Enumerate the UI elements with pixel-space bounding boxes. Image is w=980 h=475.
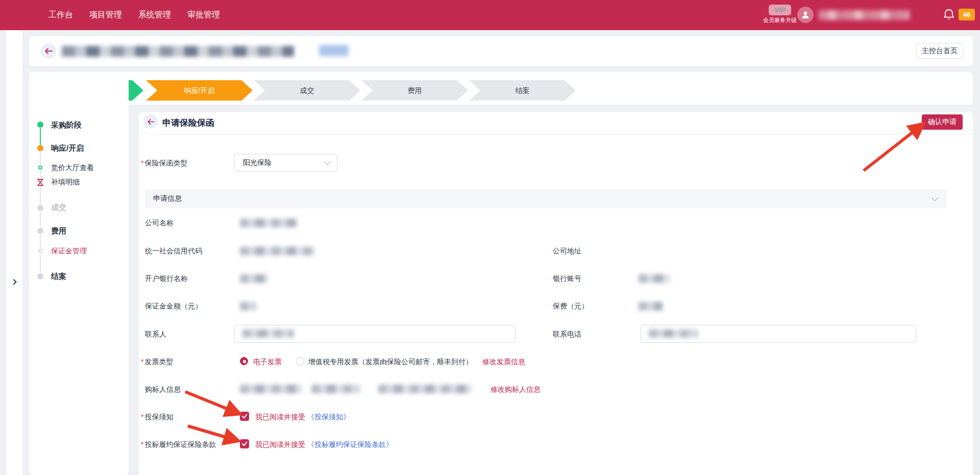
main-menu: 工作台 项目管理 系统管理 审批管理 (48, 0, 220, 30)
modify-invoice-link[interactable]: 修改发票信息 (482, 358, 525, 367)
required-mark: * (141, 159, 143, 167)
contact-redacted (242, 329, 293, 338)
confirm-apply-button[interactable]: 确认申请 (922, 114, 963, 130)
status-badge-redacted (319, 45, 349, 56)
field-label-credit-code: 统一社会信用代码 (145, 247, 202, 256)
insure-notice-link[interactable]: 《投保须知》 (307, 413, 350, 422)
stage-sidebar: 采购阶段 响应/开启 竞价大厅查看 补填明细 成交 费用 保证金管理 结案 (29, 72, 129, 475)
back-button[interactable] (41, 43, 56, 59)
field-label-premium: 保费（元） (553, 302, 589, 311)
insurance-type-select[interactable]: 阳光保险 (234, 154, 337, 172)
buyer-info-redacted (378, 385, 472, 393)
vip-upgrade[interactable]: VIP 会员服务升级 (760, 5, 800, 24)
field-label-bank-name: 开户银行名称 (145, 274, 188, 283)
required-mark: * (141, 440, 143, 448)
field-label-invoice-type: *发票类型 (141, 358, 173, 367)
back-arrow-icon (44, 48, 53, 54)
timeline-ring-pending (38, 249, 42, 253)
form-back-button[interactable] (143, 114, 158, 129)
sidebar-item-deal[interactable]: 成交 (51, 203, 66, 212)
timeline-connector (40, 152, 41, 165)
notification-badge: 46 (959, 9, 975, 20)
contact-phone-redacted (649, 329, 697, 338)
sidebar-item-deposit-management[interactable]: 保证金管理 (51, 247, 87, 256)
timeline-dot-pending (37, 205, 43, 211)
timeline-connector (40, 254, 41, 273)
expand-panel-icon[interactable] (11, 279, 16, 284)
sidebar-item-response-open[interactable]: 响应/开启 (51, 144, 84, 153)
user-avatar[interactable] (797, 7, 814, 23)
timeline-dot-current (37, 145, 43, 151)
divider (139, 134, 973, 135)
back-arrow-icon (147, 119, 155, 125)
sidebar-item-procurement[interactable]: 采购阶段 (51, 121, 82, 130)
step-deal[interactable]: 成交 (254, 80, 360, 101)
field-label-company-name: 公司名称 (145, 219, 174, 228)
field-label-insure-notice: *投保须知 (141, 413, 173, 422)
menu-item-system-management[interactable]: 系统管理 (138, 10, 171, 20)
person-icon (801, 10, 810, 19)
sidebar-item-fee[interactable]: 费用 (51, 226, 66, 236)
progress-steps: 采购阶段 响应/开启 成交 费用 结案 (29, 72, 973, 105)
buyer-info-redacted (240, 385, 302, 393)
top-navbar: 工作台 项目管理 系统管理 审批管理 VIP 会员服务升级 46 (0, 0, 980, 30)
check-icon (241, 414, 248, 419)
radio-label-electronic-invoice[interactable]: 电子发票 (253, 358, 282, 367)
field-label-buyer-info: 购标人信息 (145, 385, 181, 394)
menu-item-project-management[interactable]: 项目管理 (89, 10, 122, 20)
deposit-amount-redacted (240, 302, 256, 311)
collapsed-panel (6, 30, 22, 475)
agree-text: 我已阅读并接受 (255, 440, 305, 449)
bank-name-redacted (240, 274, 268, 283)
chevron-down-icon (324, 158, 331, 165)
field-label-bank-account: 银行账号 (553, 274, 581, 283)
policy-terms-checkbox[interactable] (240, 439, 249, 448)
field-label-contact-phone: 联系电话 (553, 330, 581, 339)
form-title: 申请保险保函 (162, 117, 214, 129)
timeline-connector (40, 234, 41, 247)
console-home-button[interactable]: 主控台首页 (916, 43, 963, 59)
policy-terms-link[interactable]: 《投标履约保证保险条款》 (307, 440, 393, 449)
insurance-type-value: 阳光保险 (243, 158, 272, 168)
field-label-company-address: 公司地址 (553, 247, 581, 256)
radio-label-vat-invoice[interactable]: 增值税专用发票（发票由保险公司邮寄，顺丰到付） (308, 358, 473, 367)
timeline-ring-done (38, 165, 42, 170)
required-mark: * (141, 413, 143, 421)
username-redacted[interactable] (819, 10, 910, 20)
step-fee[interactable]: 费用 (361, 80, 468, 101)
timeline-connector (40, 211, 41, 227)
agree-text: 我已阅读并接受 (255, 413, 305, 422)
menu-item-approval-management[interactable]: 审批管理 (187, 10, 220, 20)
sidebar-item-fill-details[interactable]: 补填明细 (51, 178, 80, 187)
vip-icon: VIP (769, 5, 791, 15)
section-application-info[interactable]: 申请信息 (145, 189, 946, 208)
modify-buyer-info-link[interactable]: 修改购标人信息 (491, 385, 541, 394)
sidebar-item-bidding-hall[interactable]: 竞价大厅查看 (51, 163, 94, 173)
radio-vat-invoice[interactable] (296, 357, 304, 365)
step-close[interactable]: 结案 (469, 80, 576, 101)
field-label-insurance-type: *保险保函类型 (141, 159, 187, 168)
radio-electronic-invoice[interactable] (240, 357, 248, 365)
insure-notice-checkbox[interactable] (240, 412, 249, 421)
collapse-chevron-icon (932, 195, 938, 201)
timeline-connector (40, 128, 41, 145)
sidebar-item-close[interactable]: 结案 (51, 272, 66, 281)
page-header-card: 主控台首页 (29, 36, 973, 66)
bank-account-redacted (639, 274, 670, 283)
menu-item-workbench[interactable]: 工作台 (48, 10, 73, 20)
timeline-dot-pending (37, 273, 43, 279)
step-response-open[interactable]: 响应/开启 (146, 80, 253, 101)
insurance-application-form: 申请保险保函 确认申请 *保险保函类型 阳光保险 申请信息 公司名称 统一社会信… (139, 112, 973, 475)
field-label-policy-terms: *投标履约保证保险条款 (141, 440, 216, 449)
company-name-redacted (240, 219, 297, 227)
timeline-connector (40, 170, 41, 178)
bell-icon[interactable] (942, 8, 955, 22)
premium-redacted (639, 302, 663, 311)
timeline-dot-pending (37, 228, 43, 234)
section-title: 申请信息 (153, 194, 182, 203)
check-icon (241, 441, 248, 446)
field-label-contact: 联系人 (145, 330, 166, 339)
field-label-deposit-amount: 保证金金额（元） (145, 302, 202, 311)
buyer-info-redacted (311, 385, 359, 393)
hourglass-icon (37, 178, 44, 186)
